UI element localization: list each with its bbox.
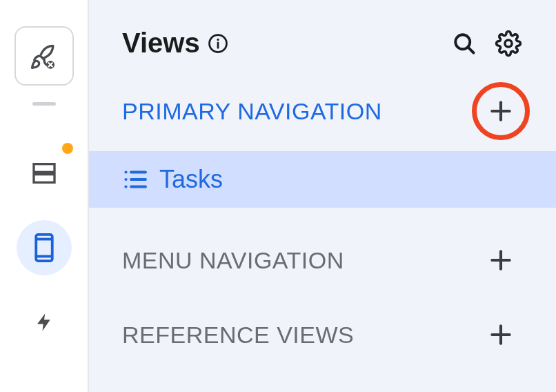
section-label: REFERENCE VIEWS — [122, 322, 354, 349]
add-primary-view-button[interactable] — [479, 89, 523, 133]
plus-icon — [488, 322, 514, 348]
view-item-tasks[interactable]: Tasks — [89, 151, 556, 208]
add-reference-view-button[interactable] — [479, 313, 523, 357]
left-rail — [0, 0, 89, 392]
section-label: MENU NAVIGATION — [122, 247, 344, 274]
add-menu-view-button[interactable] — [479, 238, 523, 282]
search-icon — [452, 31, 477, 56]
plus-icon — [488, 247, 514, 273]
svg-point-18 — [124, 170, 127, 173]
views-panel: Views — [89, 0, 556, 392]
info-icon — [208, 33, 228, 54]
panel-header: Views — [89, 0, 556, 71]
notification-dot — [62, 143, 73, 154]
svg-line-14 — [468, 47, 474, 52]
section-label: PRIMARY NAVIGATION — [122, 98, 382, 125]
rail-divider — [32, 102, 56, 106]
search-button[interactable] — [450, 29, 479, 58]
settings-button[interactable] — [494, 29, 523, 58]
device-icon — [32, 233, 57, 263]
gear-icon — [495, 30, 522, 57]
svg-point-15 — [505, 39, 512, 46]
server-icon — [30, 159, 58, 187]
svg-point-20 — [124, 178, 127, 181]
deploy-button[interactable] — [14, 26, 74, 86]
bolt-icon — [34, 308, 54, 337]
section-reference-views: REFERENCE VIEWS — [89, 300, 556, 375]
info-button[interactable] — [207, 32, 229, 55]
plus-icon — [488, 98, 514, 124]
svg-point-12 — [217, 38, 219, 40]
rail-automation-tab[interactable] — [17, 295, 72, 350]
panel-title: Views — [122, 28, 200, 59]
section-primary-navigation: PRIMARY NAVIGATION — [89, 71, 556, 151]
list-icon — [122, 166, 148, 193]
svg-rect-4 — [34, 175, 54, 183]
section-menu-navigation: MENU NAVIGATION — [89, 208, 556, 300]
rocket-cancel-icon — [29, 41, 59, 71]
svg-point-22 — [124, 185, 127, 188]
view-item-label: Tasks — [159, 165, 223, 194]
rail-views-tab[interactable] — [17, 220, 72, 275]
rail-data-tab[interactable] — [17, 146, 72, 201]
svg-rect-3 — [34, 164, 54, 173]
